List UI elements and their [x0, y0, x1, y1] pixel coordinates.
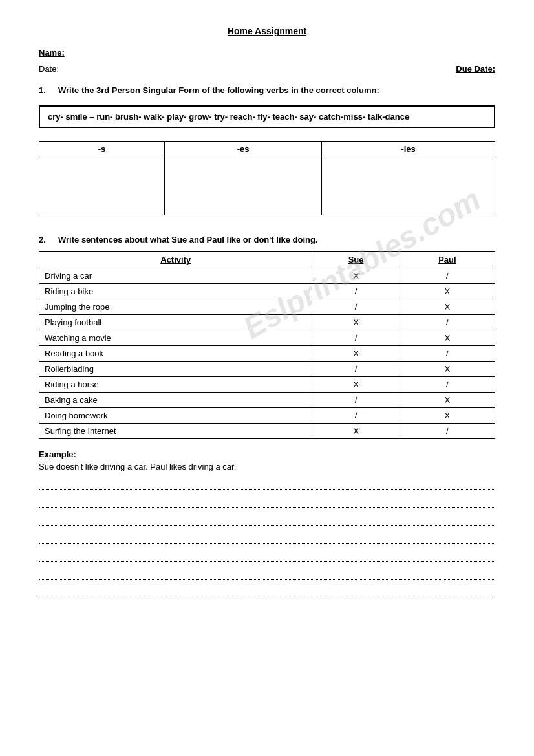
verb-es-cell [165, 157, 322, 215]
dotted-line [39, 514, 495, 526]
table-row: Riding a bike/X [39, 284, 495, 299]
example-text: Sue doesn't like driving a car. Paul lik… [39, 462, 495, 471]
dotted-line [39, 568, 495, 580]
table-row: Playing footballX/ [39, 315, 495, 330]
paul-cell: X [400, 362, 495, 377]
paul-cell: / [400, 315, 495, 330]
paul-cell: / [400, 346, 495, 362]
dotted-line [39, 587, 495, 598]
table-row: Watching a movie/X [39, 330, 495, 346]
sue-cell: X [312, 268, 400, 284]
activity-table: Activity Sue Paul Driving a carX/Riding … [39, 251, 495, 439]
verb-col-es: -es [165, 142, 322, 157]
sue-cell: X [312, 315, 400, 330]
verb-ies-cell [322, 157, 495, 215]
paul-cell: / [400, 268, 495, 284]
paul-cell: X [400, 408, 495, 424]
sue-cell: X [312, 424, 400, 439]
paul-cell: X [400, 330, 495, 346]
header-paul: Paul [400, 252, 495, 268]
question2-number: 2. [39, 235, 58, 244]
verb-table-data-row [39, 157, 495, 215]
table-row: Jumping the rope/X [39, 299, 495, 315]
verb-table: -s -es -ies [39, 141, 495, 215]
date-row: Date: Due Date: [39, 64, 495, 74]
sue-cell: / [312, 330, 400, 346]
activity-cell: Baking a cake [39, 393, 312, 408]
page-title: Home Assignment [39, 26, 495, 36]
header-sue: Sue [312, 252, 400, 268]
paul-cell: / [400, 424, 495, 439]
paul-cell: X [400, 393, 495, 408]
header-activity: Activity [39, 252, 312, 268]
dotted-lines-container [39, 478, 495, 598]
due-date-label: Due Date: [456, 64, 495, 74]
sue-cell: / [312, 299, 400, 315]
dotted-line [39, 532, 495, 544]
sue-cell: / [312, 393, 400, 408]
verb-s-cell [39, 157, 165, 215]
activity-cell: Doing homework [39, 408, 312, 424]
dotted-line [39, 550, 495, 562]
activity-cell: Watching a movie [39, 330, 312, 346]
table-row: Doing homework/X [39, 408, 495, 424]
sue-cell: / [312, 408, 400, 424]
table-row: Driving a carX/ [39, 268, 495, 284]
dotted-line [39, 478, 495, 490]
example-label: Example: [39, 449, 495, 459]
table-row: Riding a horseX/ [39, 377, 495, 393]
activity-cell: Riding a bike [39, 284, 312, 299]
table-row: Surfing the InternetX/ [39, 424, 495, 439]
verbs-box: cry- smile – run- brush- walk- play- gro… [39, 105, 495, 128]
question2-text: Write sentences about what Sue and Paul … [58, 235, 495, 244]
activity-table-header: Activity Sue Paul [39, 252, 495, 268]
date-label: Date: [39, 64, 59, 74]
activity-cell: Driving a car [39, 268, 312, 284]
activity-cell: Surfing the Internet [39, 424, 312, 439]
sue-cell: / [312, 284, 400, 299]
sue-cell: X [312, 377, 400, 393]
name-label: Name: [39, 48, 65, 58]
activity-cell: Rollerblading [39, 362, 312, 377]
name-line: Name: [39, 48, 495, 58]
table-row: Reading a bookX/ [39, 346, 495, 362]
sue-cell: X [312, 346, 400, 362]
question2-block: 2. Write sentences about what Sue and Pa… [39, 235, 495, 244]
paul-cell: / [400, 377, 495, 393]
example-section: Example: Sue doesn't like driving a car.… [39, 449, 495, 598]
paul-cell: X [400, 299, 495, 315]
activity-cell: Riding a horse [39, 377, 312, 393]
activity-cell: Jumping the rope [39, 299, 312, 315]
verb-col-ies: -ies [322, 142, 495, 157]
question1-block: 1. Write the 3rd Person Singular Form of… [39, 85, 495, 95]
table-row: Rollerblading/X [39, 362, 495, 377]
table-row: Baking a cake/X [39, 393, 495, 408]
activity-cell: Playing football [39, 315, 312, 330]
activity-cell: Reading a book [39, 346, 312, 362]
verb-col-s: -s [39, 142, 165, 157]
question1-number: 1. [39, 85, 58, 95]
sue-cell: / [312, 362, 400, 377]
question1-text: Write the 3rd Person Singular Form of th… [58, 85, 495, 95]
paul-cell: X [400, 284, 495, 299]
dotted-line [39, 496, 495, 508]
